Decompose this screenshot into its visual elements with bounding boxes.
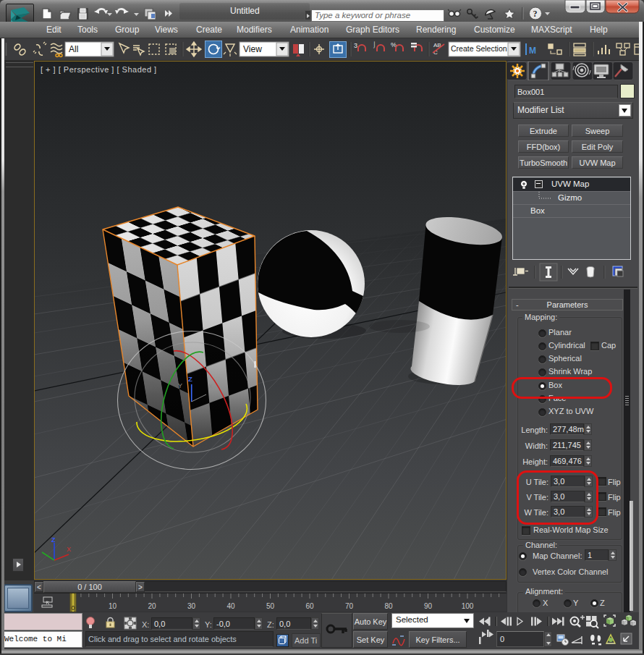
svg-text:60: 60 [305,602,314,610]
svg-text:All: All [69,44,78,54]
svg-text:Z: Z [188,375,192,383]
svg-text:?: ? [533,9,538,19]
svg-text:M: M [529,46,536,56]
svg-text:X: X [67,546,71,553]
svg-text:30: 30 [187,602,196,610]
svg-text:Z: Z [51,536,56,544]
svg-text:Y: Y [178,382,182,389]
svg-text:20: 20 [148,602,156,610]
svg-text:100: 100 [462,602,474,610]
svg-text:40: 40 [226,602,235,610]
svg-text:70: 70 [345,602,354,610]
svg-text:80: 80 [384,602,393,610]
svg-text:3: 3 [354,42,357,49]
svg-text:0: 0 [71,604,75,612]
svg-text:X: X [208,383,213,390]
svg-text:50: 50 [266,602,275,610]
svg-text:⌡: ⌡ [373,41,376,48]
svg-text:View: View [243,44,262,54]
svg-text:90: 90 [424,602,433,610]
svg-text:10: 10 [109,602,117,610]
